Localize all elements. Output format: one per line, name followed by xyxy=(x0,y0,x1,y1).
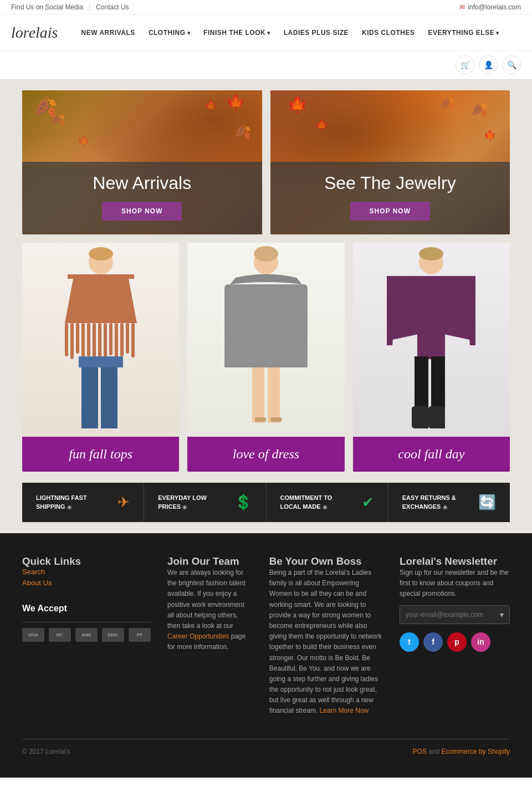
new-arrivals-banner: 🍂 🍁 🍂 🍁 🍂 🍁 New Arrivals SHOP NOW xyxy=(22,90,262,234)
quick-links-heading: Quick Links xyxy=(22,555,151,568)
svg-rect-30 xyxy=(417,331,445,359)
logo[interactable]: lorelais xyxy=(11,24,58,42)
nav-clothing[interactable]: CLOTHING ▾ xyxy=(142,29,197,37)
new-arrivals-title: New Arrivals xyxy=(93,173,191,193)
payment-visa: VISA xyxy=(22,628,44,642)
pos-link[interactable]: POS xyxy=(413,748,427,755)
footer-boss: Be Your Own Boss Being a part of the Lor… xyxy=(269,555,383,717)
svg-rect-24 xyxy=(252,367,264,423)
nav-new-arrivals[interactable]: NEW ARRIVALS xyxy=(75,29,142,37)
svg-rect-11 xyxy=(109,323,112,355)
svg-rect-26 xyxy=(255,417,266,422)
nav-finish-look[interactable]: FINISH THE LOOK ▾ xyxy=(197,29,277,37)
payment-amex: AMX xyxy=(75,628,98,642)
local-icon: ✔ xyxy=(362,494,374,511)
facebook-icon[interactable]: f xyxy=(423,632,443,652)
account-button[interactable]: 👤 xyxy=(479,55,498,74)
new-arrivals-overlay: New Arrivals SHOP NOW xyxy=(22,162,262,234)
newsletter-input-wrap: ▾ xyxy=(400,605,510,624)
everything-else-chevron: ▾ xyxy=(496,30,499,36)
footer-search-link[interactable]: Search xyxy=(22,568,151,576)
we-accept-heading: We Accept xyxy=(22,604,151,614)
nav-ladies-plus[interactable]: LADIES PLUS SIZE xyxy=(277,29,355,37)
footer-bottom: © 2017 Lorelai's POS and Ecommerce by Sh… xyxy=(22,739,510,755)
we-accept-divider xyxy=(22,622,151,622)
join-team-text: We are always looking for the brightest … xyxy=(167,568,253,653)
svg-rect-7 xyxy=(87,323,90,356)
leaf-decor-6: 🍁 xyxy=(78,135,90,147)
instagram-icon[interactable]: in xyxy=(471,632,490,652)
finish-look-chevron: ▾ xyxy=(267,30,270,36)
svg-rect-9 xyxy=(98,323,101,357)
svg-rect-27 xyxy=(270,417,282,422)
product-image-3 xyxy=(353,243,510,437)
social-media-link[interactable]: Find Us on Social Media xyxy=(11,3,83,11)
leaf-decor-2: 🍁 xyxy=(226,93,245,111)
footer-grid: Quick Links Search About Us We Accept VI… xyxy=(22,555,510,717)
product-figure-2 xyxy=(224,246,308,434)
twitter-icon[interactable]: t xyxy=(400,632,419,652)
boss-heading: Be Your Own Boss xyxy=(269,555,383,568)
svg-rect-4 xyxy=(70,323,74,359)
search-button[interactable]: 🔍 xyxy=(502,55,521,74)
feature-prices: EVERYDAY LOWPRICES ◉ 💲 xyxy=(144,483,266,522)
payment-disc: DISC xyxy=(102,628,124,642)
footer-newsletter: Lorelai's Newsletter Sign up for our new… xyxy=(400,555,510,717)
jewelry-shop-btn[interactable]: SHOP NOW xyxy=(350,202,430,221)
social-icons: t f p in xyxy=(400,632,510,652)
main-content: 🍂 🍁 🍂 🍁 🍂 🍁 New Arrivals SHOP NOW 🍁 🍂 🍁 … xyxy=(0,79,532,533)
product-label-2: love of dress xyxy=(187,437,344,472)
join-team-heading: Join Our Team xyxy=(167,555,253,568)
payment-pp: PP xyxy=(129,628,151,642)
svg-rect-12 xyxy=(115,323,118,359)
svg-rect-13 xyxy=(120,323,124,356)
cart-button[interactable]: 🛒 xyxy=(456,55,474,74)
feature-returns-text: EASY RETURNS &EXCHANGES ◉ xyxy=(402,494,456,511)
product-card-1: fun fall tops xyxy=(22,243,179,472)
svg-rect-16 xyxy=(81,362,98,428)
svg-point-21 xyxy=(254,246,278,262)
footer-about-link[interactable]: About Us xyxy=(22,579,151,587)
newsletter-heading: Lorelai's Newsletter xyxy=(400,555,510,568)
payment-icons: VISA MC AMX DISC PP xyxy=(22,628,151,642)
nav-kids-clothes[interactable]: KIDS CLOTHES xyxy=(355,29,421,37)
feature-returns: EASY RETURNS &EXCHANGES ◉ 🔄 xyxy=(388,483,510,522)
pinterest-icon[interactable]: p xyxy=(447,632,467,652)
feature-shipping-text: LIGHTNING FASTSHIPPING ◉ xyxy=(36,494,87,511)
svg-rect-25 xyxy=(268,367,280,423)
svg-rect-19 xyxy=(79,356,123,367)
product-card-3: cool fall day xyxy=(353,243,510,472)
boss-text: Being a part of the Lorelai's Ladies fam… xyxy=(269,568,383,717)
leaf-decor-9: 🍁 xyxy=(315,118,329,131)
nav-bar: lorelais NEW ARRIVALS CLOTHING ▾ FINISH … xyxy=(0,15,532,51)
product-card-2: love of dress xyxy=(187,243,344,472)
jewelry-overlay: See The Jewelry SHOP NOW xyxy=(270,162,510,234)
feature-prices-text: EVERYDAY LOWPRICES ◉ xyxy=(158,494,207,511)
product-figure-1 xyxy=(57,246,145,434)
product-row: fun fall tops xyxy=(22,243,510,472)
nav-everything-else[interactable]: EVERYTHING ELSE ▾ xyxy=(421,29,505,37)
learn-more-link[interactable]: Learn More Now xyxy=(320,707,369,714)
ecommerce-link[interactable]: Ecommerce by Shopify xyxy=(442,748,510,755)
svg-rect-22 xyxy=(224,284,233,340)
contact-us-link[interactable]: Contact Us xyxy=(96,3,129,11)
new-arrivals-shop-btn[interactable]: SHOP NOW xyxy=(102,202,182,221)
svg-point-29 xyxy=(419,247,443,260)
footer-quick-links: Quick Links Search About Us We Accept VI… xyxy=(22,555,151,717)
svg-rect-8 xyxy=(93,323,96,361)
career-opportunities-link[interactable]: Career Opportunities xyxy=(167,632,229,640)
product-figure-3 xyxy=(387,246,475,434)
jewelry-banner: 🍁 🍂 🍁 🍂 🍁 See The Jewelry SHOP NOW xyxy=(270,90,510,234)
icon-bar: 🛒 👤 🔍 xyxy=(0,51,532,79)
prices-icon: 💲 xyxy=(234,494,252,511)
svg-point-1 xyxy=(89,247,113,260)
newsletter-email-input[interactable] xyxy=(400,606,494,624)
product-image-1 xyxy=(22,243,179,437)
footer: Quick Links Search About Us We Accept VI… xyxy=(0,533,532,778)
svg-rect-23 xyxy=(299,284,308,340)
svg-rect-33 xyxy=(412,406,428,428)
newsletter-text: Sign up for our newsletter and be the fi… xyxy=(400,568,510,600)
top-bar-divider: | xyxy=(89,3,90,11)
newsletter-submit-btn[interactable]: ▾ xyxy=(494,606,509,624)
top-bar-right: ✉ info@lorelais.com xyxy=(459,3,521,11)
